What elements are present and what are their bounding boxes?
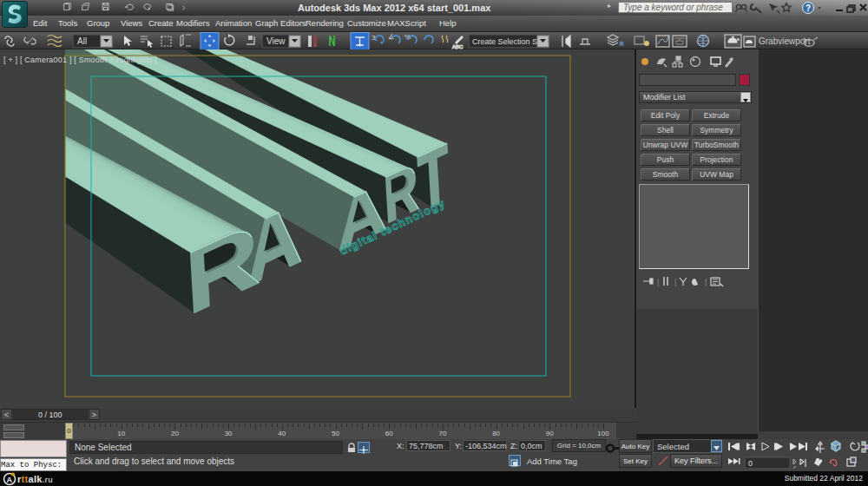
svg-text:0: 0: [748, 459, 753, 468]
svg-text:Create Selection Set: Create Selection Set: [472, 37, 544, 46]
svg-text:?: ?: [806, 3, 811, 13]
svg-text:rttalk.ru: rttalk.ru: [17, 474, 53, 484]
svg-text:|: |: [674, 278, 676, 286]
svg-text:Grabviewport :: Grabviewport :: [759, 36, 815, 46]
svg-text:|: |: [705, 278, 707, 286]
svg-text:All: All: [77, 36, 87, 46]
svg-text:|: |: [657, 278, 659, 286]
svg-text:A: A: [7, 476, 13, 484]
svg-text:View: View: [266, 36, 286, 46]
